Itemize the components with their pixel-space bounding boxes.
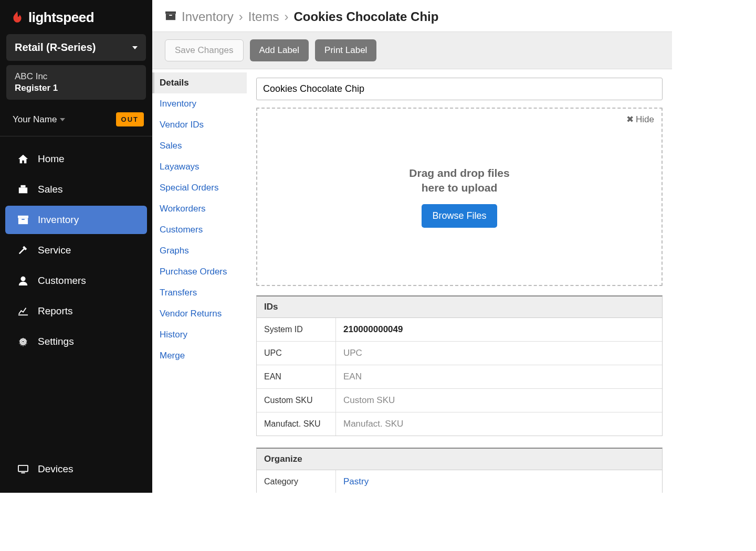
sidebar-item-label: Service [38, 245, 71, 256]
sidebar-item-label: Customers [38, 275, 86, 287]
drop-instructions: Drag and drop files here to upload [409, 166, 509, 195]
upc-input[interactable] [343, 348, 655, 358]
crumb-current: Cookies Chocolate Chip [293, 9, 438, 24]
table-row: UPC [257, 342, 662, 365]
svg-rect-9 [18, 465, 28, 472]
svg-rect-11 [166, 14, 175, 20]
browse-files-button[interactable]: Browse Files [422, 204, 497, 228]
field-value [335, 412, 662, 436]
sidebar-item-sales[interactable]: Sales [5, 175, 147, 204]
subnav-transfers[interactable]: Transfers [152, 282, 247, 303]
subnav-purchase-orders[interactable]: Purchase Orders [152, 261, 247, 282]
panel-title: Organize [257, 449, 662, 470]
field-value [335, 389, 662, 412]
main-nav: HomeSalesInventoryServiceCustomersReport… [0, 144, 152, 454]
sidebar-item-label: Inventory [38, 214, 79, 226]
sidebar-item-devices[interactable]: Devices [5, 455, 147, 483]
svg-rect-6 [18, 314, 28, 315]
field-label: Manufact. SKU [257, 413, 335, 435]
sidebar-item-customers[interactable]: Customers [5, 267, 147, 295]
sidebar-item-service[interactable]: Service [5, 236, 147, 264]
subnav-merge[interactable]: Merge [152, 345, 247, 366]
category-value[interactable]: Pastry [335, 470, 662, 493]
svg-rect-10 [21, 472, 25, 473]
toolbar: Save Changes Add Label Print Label [152, 31, 672, 69]
sidebar-item-label: Reports [38, 305, 73, 317]
chevron-right-icon: › [239, 9, 243, 24]
user-menu[interactable]: Your Name [13, 114, 65, 125]
sidebar-item-label: Sales [38, 184, 63, 195]
hide-dropzone-button[interactable]: ✖ Hide [626, 114, 654, 125]
series-select[interactable]: Retail (R-Series) [6, 34, 146, 61]
subnav-vendor-ids[interactable]: Vendor IDs [152, 114, 247, 135]
svg-rect-3 [18, 216, 28, 218]
gear-icon [17, 336, 29, 347]
flame-icon [10, 10, 24, 25]
out-badge[interactable]: OUT [116, 112, 144, 126]
chevron-down-icon [132, 46, 138, 49]
svg-rect-0 [19, 187, 27, 193]
register-icon [17, 184, 29, 195]
subnav-graphs[interactable]: Graphs [152, 240, 247, 261]
field-label: System ID [257, 319, 335, 341]
sidebar-item-inventory[interactable]: Inventory [5, 206, 147, 234]
hammer-icon [17, 245, 29, 256]
sub-nav: DetailsInventoryVendor IDsSalesLayawaysS… [152, 69, 247, 493]
subnav-special-orders[interactable]: Special Orders [152, 177, 247, 198]
breadcrumb: Inventory › Items › Cookies Chocolate Ch… [152, 0, 672, 31]
ean-input[interactable] [343, 372, 655, 382]
field-value [335, 365, 662, 388]
subnav-history[interactable]: History [152, 324, 247, 345]
box-icon [165, 9, 176, 24]
table-row: Custom SKU [257, 389, 662, 412]
svg-point-5 [20, 277, 25, 281]
sidebar-item-label: Settings [38, 336, 74, 347]
subnav-inventory[interactable]: Inventory [152, 93, 247, 114]
svg-rect-13 [169, 15, 172, 16]
file-drop-zone[interactable]: ✖ Hide Drag and drop files here to uploa… [256, 108, 663, 286]
field-label: Category [257, 471, 335, 493]
svg-rect-12 [165, 12, 176, 14]
crumb-mid[interactable]: Items [248, 9, 279, 24]
save-button[interactable]: Save Changes [165, 39, 244, 61]
crumb-root[interactable]: Inventory [182, 9, 234, 24]
item-name-input[interactable] [256, 78, 663, 100]
svg-rect-1 [20, 185, 25, 188]
company-box[interactable]: ABC Inc Register 1 [6, 65, 146, 100]
organize-panel: Organize Category Pastry Brand [256, 448, 663, 493]
content: ✖ Hide Drag and drop files here to uploa… [247, 69, 672, 493]
subnav-customers[interactable]: Customers [152, 219, 247, 240]
sidebar-item-reports[interactable]: Reports [5, 297, 147, 325]
user-name-label: Your Name [13, 114, 57, 125]
svg-rect-4 [22, 219, 24, 220]
manufact-sku-input[interactable] [343, 419, 655, 429]
add-label-button[interactable]: Add Label [250, 39, 309, 61]
field-value [335, 342, 662, 365]
company-name: ABC Inc [15, 71, 138, 82]
brand: lightspeed [0, 0, 152, 34]
sidebar-item-home[interactable]: Home [5, 145, 147, 173]
print-label-button[interactable]: Print Label [315, 39, 376, 61]
sidebar-item-settings[interactable]: Settings [5, 327, 147, 356]
subnav-vendor-returns[interactable]: Vendor Returns [152, 303, 247, 324]
subnav-details[interactable]: Details [152, 72, 247, 93]
field-label: UPC [257, 342, 335, 364]
hide-label: Hide [636, 114, 654, 125]
field-value: 210000000049 [335, 318, 662, 341]
devices-icon [17, 464, 29, 474]
subnav-layaways[interactable]: Layaways [152, 156, 247, 177]
chevron-right-icon: › [284, 9, 288, 24]
sidebar: lightspeed Retail (R-Series) ABC Inc Reg… [0, 0, 152, 493]
register-name: Register 1 [15, 83, 138, 93]
series-label: Retail (R-Series) [15, 41, 96, 54]
custom-sku-input[interactable] [343, 395, 655, 406]
sidebar-item-label: Devices [38, 463, 74, 475]
subnav-workorders[interactable]: Workorders [152, 198, 247, 219]
panel-title: IDs [257, 296, 662, 318]
user-row: Your Name OUT [0, 106, 152, 136]
subnav-sales[interactable]: Sales [152, 135, 247, 156]
chevron-down-icon [60, 118, 65, 121]
svg-rect-2 [18, 218, 28, 224]
home-icon [17, 154, 29, 164]
table-row: System ID210000000049 [257, 318, 662, 342]
